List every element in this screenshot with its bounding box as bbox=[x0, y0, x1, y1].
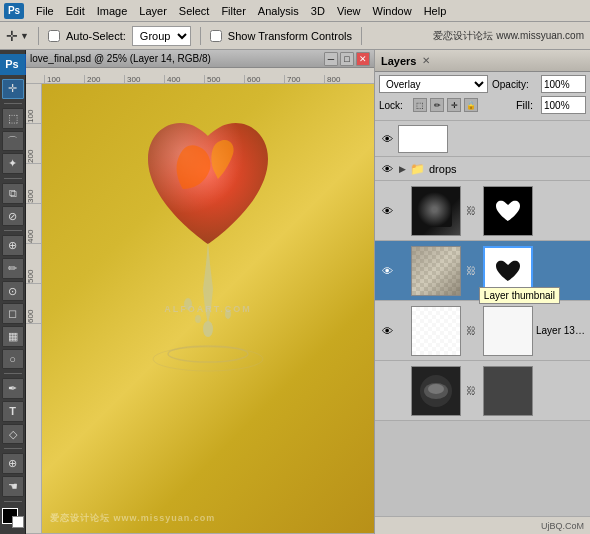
layer-link-13: ⛓ bbox=[464, 325, 478, 336]
menu-3d[interactable]: 3D bbox=[311, 5, 325, 17]
menu-help[interactable]: Help bbox=[424, 5, 447, 17]
layer-thumb-bottom bbox=[411, 366, 461, 416]
canvas-heart-artwork bbox=[128, 94, 288, 376]
ruler-600: 600 bbox=[244, 75, 284, 83]
eyedropper-tool[interactable]: ⊘ bbox=[2, 206, 24, 227]
menu-view[interactable]: View bbox=[337, 5, 361, 17]
opacity-label: Opacity: bbox=[492, 79, 537, 90]
close-button[interactable]: ✕ bbox=[356, 52, 370, 66]
vertical-ruler: 100 200 300 400 500 600 bbox=[26, 84, 42, 533]
menu-select[interactable]: Select bbox=[179, 5, 210, 17]
layer-eye-white[interactable]: 👁 bbox=[379, 131, 395, 147]
eraser-tool[interactable]: ◻ bbox=[2, 303, 24, 324]
v-ruler-500: 500 bbox=[26, 244, 41, 284]
layer-mask-thumb-13 bbox=[483, 306, 533, 356]
layers-bottom-bar: UjBQ.CoM bbox=[375, 516, 590, 534]
menu-file[interactable]: File bbox=[36, 5, 54, 17]
ruler-300: 300 bbox=[124, 75, 164, 83]
tool-sep-4 bbox=[4, 373, 22, 374]
marquee-tool[interactable]: ⬚ bbox=[2, 108, 24, 129]
transform-label: Show Transform Controls bbox=[228, 30, 352, 42]
options-bar: ✛ ▼ Auto-Select: Group Layer Show Transf… bbox=[0, 22, 590, 50]
group-folder-icon: 📁 bbox=[410, 162, 425, 176]
fill-input[interactable] bbox=[541, 96, 586, 114]
opacity-input[interactable] bbox=[541, 75, 586, 93]
tool-sep-6 bbox=[4, 501, 22, 502]
drops-group-name: drops bbox=[429, 163, 457, 175]
transform-checkbox[interactable] bbox=[210, 30, 222, 42]
clone-tool[interactable]: ⊙ bbox=[2, 281, 24, 302]
autoselect-checkbox[interactable] bbox=[48, 30, 60, 42]
layers-list: 👁 👁 ▶ 📁 drops 👁 ⛓ bbox=[375, 121, 590, 516]
fill-label: Fill: bbox=[516, 99, 533, 111]
layer-mask-thumb-14 bbox=[483, 246, 533, 296]
pen-tool[interactable]: ✒ bbox=[2, 378, 24, 399]
toolbar-sep-2 bbox=[200, 27, 201, 45]
layers-panel: Layers ✕ Overlay Normal Multiply Screen … bbox=[374, 50, 590, 534]
group-expand-arrow[interactable]: ▶ bbox=[399, 164, 406, 174]
layers-panel-title: Layers bbox=[381, 55, 416, 67]
ruler-marks-v: 100 200 300 400 500 600 bbox=[26, 84, 41, 324]
autoselect-dropdown[interactable]: Group Layer bbox=[132, 26, 191, 46]
layer-thumb-1 bbox=[411, 186, 461, 236]
white-layer-thumb bbox=[398, 125, 448, 153]
shape-tool[interactable]: ◇ bbox=[2, 424, 24, 445]
lasso-tool[interactable]: ⌒ bbox=[2, 131, 24, 152]
ps-icon: Ps bbox=[0, 54, 26, 75]
layer-mask-bottom bbox=[483, 366, 533, 416]
healing-tool[interactable]: ⊕ bbox=[2, 235, 24, 256]
ruler-400: 400 bbox=[164, 75, 204, 83]
ruler-200: 200 bbox=[84, 75, 124, 83]
minimize-button[interactable]: ─ bbox=[324, 52, 338, 66]
layer-eye-1[interactable]: 👁 bbox=[379, 203, 395, 219]
move-tool[interactable]: ✛ bbox=[2, 79, 24, 100]
layer-link-1: ⛓ bbox=[464, 205, 478, 216]
menu-window[interactable]: Window bbox=[373, 5, 412, 17]
ruler-marks-h: 100 200 300 400 500 600 700 800 bbox=[44, 68, 364, 83]
layer-link-bottom: ⛓ bbox=[464, 385, 478, 396]
ruler-700: 700 bbox=[284, 75, 324, 83]
ruler-100: 100 bbox=[44, 75, 84, 83]
gradient-tool[interactable]: ▦ bbox=[2, 326, 24, 347]
blend-mode-dropdown[interactable]: Overlay Normal Multiply Screen bbox=[379, 75, 488, 93]
layer-mask-1[interactable]: 👁 ⛓ bbox=[375, 181, 590, 241]
crop-tool[interactable]: ⧉ bbox=[2, 183, 24, 204]
menu-edit[interactable]: Edit bbox=[66, 5, 85, 17]
layer-eye-13[interactable]: 👁 bbox=[379, 323, 395, 339]
svg-point-5 bbox=[153, 347, 263, 371]
zoom-tool[interactable]: ⊕ bbox=[2, 453, 24, 474]
brush-tool[interactable]: ✏ bbox=[2, 258, 24, 279]
wand-tool[interactable]: ✦ bbox=[2, 153, 24, 174]
lock-paint-icon[interactable]: ✏ bbox=[430, 98, 444, 112]
lock-all-icon[interactable]: 🔒 bbox=[464, 98, 478, 112]
maximize-button[interactable]: □ bbox=[340, 52, 354, 66]
menu-layer[interactable]: Layer bbox=[139, 5, 167, 17]
lock-fill-row: Lock: ⬚ ✏ ✛ 🔒 Fill: bbox=[379, 96, 586, 114]
tools-panel: Ps ✛ ⬚ ⌒ ✦ ⧉ ⊘ ⊕ ✏ ⊙ ◻ ▦ ○ ✒ T ◇ ⊕ ☚ bbox=[0, 50, 26, 534]
text-tool[interactable]: T bbox=[2, 401, 24, 422]
layer-eye-14[interactable]: 👁 bbox=[379, 263, 395, 279]
lock-move-icon[interactable]: ✛ bbox=[447, 98, 461, 112]
layers-panel-close[interactable]: ✕ bbox=[422, 55, 430, 66]
toolbar-sep-1 bbox=[38, 27, 39, 45]
fg-bg-colors[interactable] bbox=[2, 508, 24, 529]
layer-13-cop[interactable]: 👁 ⛓ Layer 13 cop... bbox=[375, 301, 590, 361]
layer-14[interactable]: 👁 ⛓ Layer thumbnail bbox=[375, 241, 590, 301]
v-ruler-300: 300 bbox=[26, 164, 41, 204]
top-white-layer[interactable]: 👁 bbox=[375, 121, 590, 157]
tool-sep-1 bbox=[4, 103, 22, 104]
toolbar-move-icon: ✛ ▼ bbox=[6, 28, 29, 44]
layer-bottom[interactable]: 👁 ⛓ bbox=[375, 361, 590, 421]
menu-image[interactable]: Image bbox=[97, 5, 128, 17]
dodge-tool[interactable]: ○ bbox=[2, 349, 24, 370]
v-ruler-400: 400 bbox=[26, 204, 41, 244]
canvas-content: 100 200 300 400 500 600 bbox=[26, 84, 374, 533]
ruler-500: 500 bbox=[204, 75, 244, 83]
lock-transparent-icon[interactable]: ⬚ bbox=[413, 98, 427, 112]
layers-controls: Overlay Normal Multiply Screen Opacity: … bbox=[375, 72, 590, 121]
drops-group-eye[interactable]: 👁 bbox=[379, 161, 395, 177]
hand-tool[interactable]: ☚ bbox=[2, 476, 24, 497]
menu-analysis[interactable]: Analysis bbox=[258, 5, 299, 17]
drops-group-row[interactable]: 👁 ▶ 📁 drops bbox=[375, 157, 590, 181]
menu-filter[interactable]: Filter bbox=[221, 5, 245, 17]
